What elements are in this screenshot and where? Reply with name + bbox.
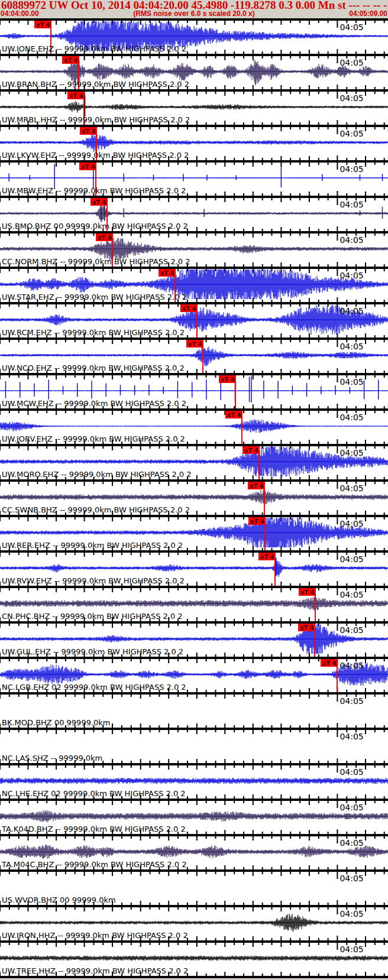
minute-label: 04:05 [340, 625, 363, 635]
waveform [0, 810, 388, 822]
trace-plot: xT 404:05UW.MORO.EHZ -- 99999.0km BW HIG… [0, 446, 388, 479]
trace-plot: xT 404:05UW.MCW.EHZ -- 99999.0km BW HIGH… [0, 375, 388, 408]
minute-label: 04:05 [340, 803, 363, 812]
minute-label: 04:05 [340, 696, 363, 706]
trace-plot: 04:05BK.MOD.BHZ 00 99999.0km [0, 695, 388, 728]
trace-panel[interactable]: 04:05BK.MOD.BHZ 00 99999.0km [0, 695, 388, 730]
trace-panel[interactable]: xT 404:05CN.PHC.BHZ -- 99999.0km BW HIGH… [0, 588, 388, 624]
pick-flag-label: xT 4 [322, 660, 337, 667]
pick-flag-label: xT 4 [188, 341, 202, 348]
trace-panel[interactable]: xT 404:05UW.RCM.EHZ -- 99999.0km BW HIGH… [0, 304, 388, 340]
station-channel-label: TA.K04D.BHZ -- 99999.0km BW HIGHPASS 2.0… [1, 825, 186, 833]
station-channel-label: UW.MORO.EHZ -- 99999.0km BW HIGHPASS 2.0… [2, 470, 191, 479]
minute-label: 04:05 [340, 377, 363, 387]
pick-flag-label: xT 4 [36, 22, 50, 28]
trace-panel[interactable]: xT 404:05UW.MRBL.HHZ -- 99999.0km BW HIG… [0, 92, 388, 127]
minute-label: 04:05 [340, 200, 363, 209]
trace-panel[interactable]: 04:05NC.LAS.SHZ -- 99999.0km [0, 730, 388, 765]
station-channel-label: UW.BRAN.BHZ -- 99999.0km BW HIGHPASS 2.0… [2, 80, 189, 89]
trace-plot: xT 404:05UW.MBW.EHZ -- 99999.0km BW HIGH… [0, 163, 388, 196]
waveform [0, 489, 388, 504]
station-channel-label: US.WVOR.BHZ 00 99999.0km [2, 895, 116, 904]
trace-plot: xT 404:05UW.JORV.EHZ -- 99999.0km BW HIG… [0, 411, 388, 444]
trace-plot: xT 404:05UW.RCM.EHZ -- 99999.0km BW HIGH… [0, 304, 388, 338]
trace-plot: xT 404:05UW.STAR.EHZ -- 99999.0km BW HIG… [0, 269, 388, 302]
station-channel-label: UW.RVW.EHZ -- 99999.0km BW HIGHPASS 2.0 … [2, 576, 185, 585]
event-header: 60889972 UW Oct 10, 2014 04:04:20.00 45.… [0, 0, 388, 18]
waveform [0, 177, 388, 178]
minute-label: 04:05 [340, 483, 363, 493]
pick-flag-label: xT 4 [182, 306, 196, 312]
pick-flag-label: xT 4 [221, 377, 235, 383]
station-channel-label: UW.RCM.EHZ -- 99999.0km BW HIGHPASS 2.0 … [2, 328, 185, 337]
trace-panel[interactable]: xT 404:05UW.IONE.EHZ -- 99999.0km BW HIG… [0, 21, 388, 56]
pick-flag-label: xT 4 [69, 93, 83, 99]
trace-panel[interactable]: xT 404:05UW.MORO.EHZ -- 99999.0km BW HIG… [0, 446, 388, 482]
station-channel-label: UW.STAR.EHZ -- 99999.0km BW HIGHPASS 2.0… [2, 293, 187, 301]
waveform-spikes [9, 164, 382, 189]
waveform [0, 844, 388, 859]
station-channel-label: UW.LKVW.EHZ -- 99999.0km BW HIGHPASS 2.0… [2, 151, 189, 160]
minute-label: 04:05 [340, 413, 363, 422]
minute-label: 04:05 [340, 732, 363, 741]
station-channel-label: US.BMO.BHZ 00 99999.0km BW HIGHPASS 2.0 … [2, 222, 188, 231]
pick-flag-label: xT 4 [98, 235, 112, 241]
minute-label: 04:05 [340, 129, 363, 138]
trace-panel[interactable]: xT 404:05UW.NCO.EHZ -- 99999.0km BW HIGH… [0, 340, 388, 375]
trace-panel[interactable]: xT 404:05CC.SWNB.BHZ -- 99999.0km BW HIG… [0, 482, 388, 517]
waveform [0, 205, 388, 221]
trace-panel[interactable]: 04:05NC.LHE.EHZ 02 99999.0km BW HIGHPASS… [0, 765, 388, 801]
waveform [0, 561, 388, 577]
minute-label: 04:05 [340, 448, 363, 457]
pick-flag-label: xT 4 [82, 128, 96, 135]
pick-flag-label: xT 4 [160, 270, 174, 277]
trace-panel[interactable]: xT 404:05NC.LGB.EHZ 02 99999.0km BW HIGH… [0, 659, 388, 695]
minute-label: 04:05 [340, 22, 363, 32]
station-channel-label: UW.MRBL.HHZ -- 99999.0km BW HIGHPASS 2.0… [2, 115, 190, 124]
trace-plot: xT 404:05NC.LGB.EHZ 02 99999.0km BW HIGH… [0, 659, 388, 692]
waveform [0, 778, 388, 784]
waveform [0, 101, 388, 113]
station-channel-label: BK.MOD.BHZ 00 99999.0km [2, 718, 111, 727]
trace-plot: xT 404:05CC.NORM.BHZ -- 99999.0km BW HIG… [0, 233, 388, 267]
pick-flag-label: xT 4 [92, 199, 106, 206]
minute-label: 04:05 [340, 93, 363, 103]
trace-panel[interactable]: xT 404:05UW.MCW.EHZ -- 99999.0km BW HIGH… [0, 375, 388, 411]
trace-panel[interactable]: xT 404:05UW.RER.EHZ -- 99999.0km BW HIGH… [0, 517, 388, 553]
trace-plot: 04:05US.WVOR.BHZ 00 99999.0km [0, 872, 388, 905]
pick-flag-label: xT 4 [227, 412, 241, 418]
station-channel-label: UW.JORV.EHZ -- 99999.0km BW HIGHPASS 2.0… [2, 434, 185, 443]
trace-plot: 04:05NC.LHE.EHZ 02 99999.0km BW HIGHPASS… [0, 765, 388, 799]
pick-flag-label: xT 4 [244, 447, 258, 454]
trace-list: xT 404:05UW.IONE.EHZ -- 99999.0km BW HIG… [0, 18, 388, 978]
trace-panel[interactable]: xT 404:05US.BMO.BHZ 00 99999.0km BW HIGH… [0, 198, 388, 233]
trace-panel[interactable]: xT 404:05CC.NORM.BHZ -- 99999.0km BW HIG… [0, 233, 388, 269]
trace-panel[interactable]: xT 404:05UW.RVW.EHZ -- 99999.0km BW HIGH… [0, 553, 388, 588]
minute-label: 04:05 [340, 554, 363, 564]
minute-label: 04:05 [340, 271, 363, 280]
trace-panel[interactable]: xT 404:05UW.JORV.EHZ -- 99999.0km BW HIG… [0, 411, 388, 446]
trace-panel[interactable]: 04:05TA.K04D.BHZ -- 99999.0km BW HIGHPAS… [0, 801, 388, 836]
minute-label: 04:05 [340, 874, 363, 883]
minute-label: 04:05 [340, 58, 363, 67]
trace-plot: xT 404:05US.BMO.BHZ 00 99999.0km BW HIGH… [0, 198, 388, 231]
trace-panel[interactable]: 04:05TA.M04C.BHZ -- 99999.0km BW HIGHPAS… [0, 836, 388, 872]
station-channel-label: UW.MCW.EHZ -- 99999.0km BW HIGHPASS 2.0 … [2, 399, 186, 408]
trace-panel[interactable]: 04:05UW.IRON.HHZ -- 99999.0km BW HIGHPAS… [0, 907, 388, 943]
trace-panel[interactable]: xT 404:05UW.BRAN.BHZ -- 99999.0km BW HIG… [0, 56, 388, 92]
trace-panel[interactable]: xT 404:05UW.LKVW.EHZ -- 99999.0km BW HIG… [0, 127, 388, 163]
trace-panel[interactable]: xT 404:05UW.GUL.EHZ -- 99999.0km BW HIGH… [0, 624, 388, 659]
trace-plot: xT 404:05UW.LKVW.EHZ -- 99999.0km BW HIG… [0, 127, 388, 160]
trace-plot: xT 404:05UW.RER.EHZ -- 99999.0km BW HIGH… [0, 517, 388, 550]
minute-label: 04:05 [340, 909, 363, 919]
trace-plot: 04:05NC.LAS.SHZ -- 99999.0km [0, 730, 388, 763]
trace-panel[interactable]: xT 404:05UW.STAR.EHZ -- 99999.0km BW HIG… [0, 269, 388, 304]
minute-label: 04:05 [340, 838, 363, 848]
pick-flag-label: xT 4 [81, 164, 95, 170]
pick-flag-label: xT 4 [64, 57, 78, 64]
trace-panel[interactable]: 04:05UW.TREE.HHZ -- 99999.0km BW HIGHPAS… [0, 943, 388, 978]
trace-panel[interactable]: 04:05US.WVOR.BHZ 00 99999.0km [0, 872, 388, 907]
station-channel-label: CN.PHC.BHZ -- 99999.0km BW HIGHPASS 2.0 … [2, 612, 183, 621]
trace-panel[interactable]: xT 404:05UW.MBW.EHZ -- 99999.0km BW HIGH… [0, 163, 388, 198]
trace-plot: xT 404:05CN.PHC.BHZ -- 99999.0km BW HIGH… [0, 588, 388, 621]
